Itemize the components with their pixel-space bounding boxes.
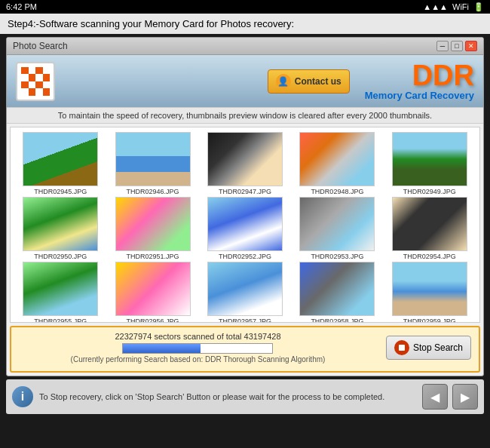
progress-algorithm: (Currently performing Search based on: D… [19, 355, 377, 364]
list-item[interactable]: THDR02955.JPG [15, 262, 106, 323]
progress-area: 22327974 sectors scanned of total 431974… [10, 326, 480, 373]
photo-filename: THDR02948.JPG [311, 188, 363, 195]
list-item[interactable]: THDR02958.JPG [292, 262, 382, 323]
list-item[interactable]: THDR02956.JPG [107, 262, 198, 323]
restore-button[interactable]: □ [451, 41, 463, 51]
photo-filename: THDR02947.JPG [219, 188, 271, 195]
minimize-button[interactable]: ─ [436, 41, 449, 51]
signal-icon: ▲▲▲ [423, 2, 448, 11]
app-header: 👤 Contact us DDR Memory Card Recovery [7, 55, 483, 107]
app-logo [16, 62, 55, 101]
list-item[interactable]: THDR02949.JPG [384, 132, 475, 195]
info-circle-icon: i [12, 386, 33, 407]
forward-button[interactable]: ▶ [452, 384, 478, 410]
progress-bar-fill [123, 344, 201, 353]
progress-bar-container [122, 343, 273, 354]
photo-filename: THDR02945.JPG [34, 188, 87, 195]
ddr-branding: DDR Memory Card Recovery [365, 61, 474, 101]
list-item[interactable]: THDR02945.JPG [15, 132, 106, 195]
checker-board-icon [21, 67, 50, 96]
photo-filename: THDR02956.JPG [127, 318, 179, 323]
info-bar: To maintain the speed of recovery, thumb… [7, 107, 483, 124]
close-button[interactable]: ✕ [465, 41, 477, 51]
title-bar: Photo Search ─ □ ✕ [7, 38, 483, 55]
ddr-title: DDR [365, 61, 474, 90]
photo-grid-container[interactable]: THDR02945.JPGTHDR02946.JPGTHDR02947.JPGT… [10, 127, 480, 323]
list-item[interactable]: THDR02953.JPG [292, 197, 382, 260]
list-item[interactable]: THDR02957.JPG [200, 262, 290, 323]
back-button[interactable]: ◀ [422, 384, 448, 410]
contact-button[interactable]: 👤 Contact us [268, 69, 350, 94]
list-item[interactable]: THDR02948.JPG [292, 132, 382, 195]
stop-search-button[interactable]: Stop Search [386, 336, 471, 360]
list-item[interactable]: THDR02951.JPG [107, 197, 198, 260]
list-item[interactable]: THDR02954.JPG [384, 197, 475, 260]
stop-square-icon [399, 345, 405, 351]
list-item[interactable]: THDR02947.JPG [200, 132, 290, 195]
status-time: 6:42 PM [6, 2, 37, 11]
list-item[interactable]: THDR02946.JPG [107, 132, 198, 195]
nav-buttons: ◀ ▶ [422, 384, 478, 410]
stop-icon [394, 340, 409, 355]
window-controls: ─ □ ✕ [436, 41, 477, 51]
progress-top: 22327974 sectors scanned of total 431974… [19, 332, 471, 364]
progress-info: 22327974 sectors scanned of total 431974… [19, 332, 377, 364]
bottom-info-text: To Stop recovery, click on 'Stop Search'… [39, 392, 416, 401]
photo-filename: THDR02949.JPG [403, 188, 456, 195]
status-bar: 6:42 PM ▲▲▲ WiFi 🔋 [0, 0, 490, 14]
step-instruction: Step4:-Software scanning your Memory Car… [0, 14, 490, 34]
app-window: Photo Search ─ □ ✕ 👤 Contact us DDR Memo… [6, 37, 484, 376]
photo-filename: THDR02958.JPG [311, 318, 363, 323]
photo-filename: THDR02951.JPG [127, 253, 179, 260]
list-item[interactable]: THDR02952.JPG [200, 197, 290, 260]
list-item[interactable]: THDR02950.JPG [15, 197, 106, 260]
battery-icon: 🔋 [473, 2, 484, 12]
photo-filename: THDR02954.JPG [403, 253, 456, 260]
photo-filename: THDR02946.JPG [127, 188, 179, 195]
photo-filename: THDR02950.JPG [34, 253, 87, 260]
photo-filename: THDR02952.JPG [219, 253, 271, 260]
list-item[interactable]: THDR02959.JPG [384, 262, 475, 323]
progress-sectors: 22327974 sectors scanned of total 431974… [19, 332, 377, 341]
photo-filename: THDR02953.JPG [311, 253, 363, 260]
bottom-bar: i To Stop recovery, click on 'Stop Searc… [6, 379, 484, 414]
photo-filename: THDR02957.JPG [219, 318, 271, 323]
wifi-icon: WiFi [452, 2, 469, 11]
photo-filename: THDR02955.JPG [34, 318, 87, 323]
contact-icon: 👤 [276, 74, 291, 89]
window-title: Photo Search [13, 41, 68, 51]
photo-grid: THDR02945.JPGTHDR02946.JPGTHDR02947.JPGT… [11, 127, 479, 323]
photo-filename: THDR02959.JPG [403, 318, 456, 323]
ddr-subtitle: Memory Card Recovery [365, 90, 474, 101]
